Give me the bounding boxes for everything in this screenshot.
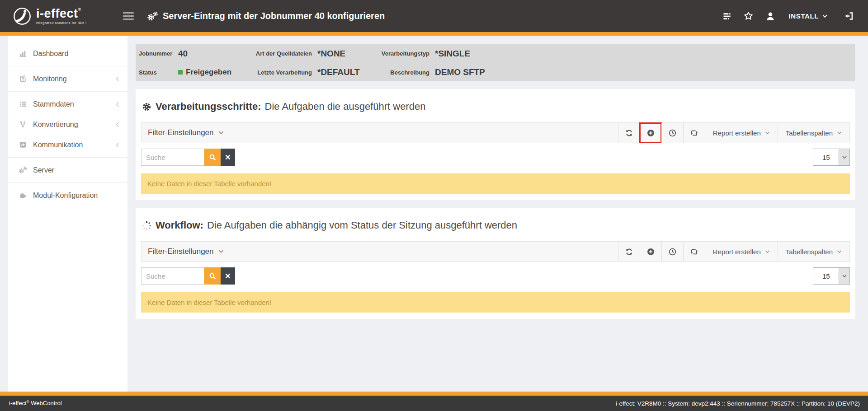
chevron-down-icon (839, 268, 849, 284)
chevron-down-icon (765, 250, 770, 253)
sidebar-item-label: Konvertierung (33, 121, 78, 129)
table-controls: 15 (141, 149, 850, 166)
logout-icon[interactable] (841, 9, 856, 24)
search-icon (209, 272, 217, 280)
info-label: Verarbeitungstyp (379, 50, 429, 57)
search-button[interactable] (204, 149, 221, 166)
info-label: Jobnummer (139, 50, 178, 57)
clock-icon (669, 129, 676, 137)
table-toolbar: Filter-Einstellungen (141, 241, 850, 262)
info-label: Art der Quelldateien (253, 50, 312, 57)
chevron-left-icon (116, 102, 119, 107)
star-icon[interactable] (741, 9, 756, 24)
info-value: *SINGLE (429, 49, 855, 59)
book-icon (18, 75, 27, 83)
section-verarbeitungsschritte: Verarbeitungsschritte: Die Aufgaben die … (136, 89, 855, 200)
puzzle-icon (18, 191, 27, 199)
section-subtitle: Die Aufgaben die ausgeführt werden (265, 101, 426, 112)
search-button[interactable] (204, 267, 221, 285)
table-columns-dropdown-button[interactable]: Tabellenspalten (778, 242, 849, 262)
sidebar-item-kommunikation[interactable]: Kommunikation (8, 135, 127, 155)
sidebar-item-label: Stammdaten (33, 100, 74, 108)
sidebar-item-label: Monitoring (33, 75, 67, 83)
chevron-down-icon (839, 149, 849, 165)
user-icon[interactable] (763, 9, 778, 24)
retweet-button[interactable] (683, 242, 705, 262)
sidebar-item-label: Modul-Konfiguration (33, 191, 98, 200)
sidebar-item-dashboard[interactable]: Dashboard (8, 43, 127, 64)
section-heading: Verarbeitungsschritte: Die Aufgaben die … (141, 89, 850, 112)
refresh-button[interactable] (618, 242, 640, 262)
report-dropdown-button[interactable]: Report erstellen (705, 242, 778, 262)
sidebar-item-stammdaten[interactable]: Stammdaten (8, 94, 127, 114)
user-label: INSTALL (789, 12, 819, 20)
sidebar-item-server[interactable]: Server (8, 160, 127, 180)
chevron-down-icon (837, 131, 842, 135)
refresh-button[interactable] (618, 123, 640, 143)
spinner-icon (142, 221, 151, 230)
status-badge: Freigegeben (178, 68, 253, 77)
code-fork-icon (18, 121, 27, 128)
chevron-left-icon (116, 122, 119, 127)
table-columns-dropdown-button[interactable]: Tabellenspalten (778, 123, 849, 143)
tasks-icon[interactable] (719, 9, 735, 24)
info-label: Status (139, 69, 178, 76)
history-button[interactable] (661, 123, 683, 143)
retweet-button[interactable] (683, 123, 705, 143)
logo-brand: i-effect® (36, 7, 81, 20)
page-size-select[interactable]: 15 (813, 267, 850, 285)
clear-search-button[interactable] (221, 267, 235, 285)
clear-search-button[interactable] (221, 149, 235, 166)
section-title: Verarbeitungsschritte: (156, 101, 261, 112)
page-size-select[interactable]: 15 (813, 149, 850, 166)
hamburger-menu-icon[interactable] (123, 10, 134, 22)
user-dropdown[interactable]: INSTALL (783, 12, 827, 20)
history-button[interactable] (661, 242, 683, 262)
footer-product: i-effect® WebControl (9, 400, 62, 406)
chevron-left-icon (116, 76, 119, 82)
section-title: Workflow: (156, 220, 203, 231)
section-workflow: Workflow: Die Aufgaben die abhängig vom … (136, 208, 855, 319)
registered-mark: ® (78, 7, 81, 12)
content-area: Jobnummer 40 Art der Quelldateien *NONE … (127, 36, 868, 392)
sidebar-item-monitoring[interactable]: Monitoring (8, 69, 127, 89)
search-input[interactable] (141, 267, 204, 285)
app-logo[interactable]: i-effect® integrated solutions for IBM i (13, 7, 117, 26)
app-window: i-effect® integrated solutions for IBM i… (0, 0, 868, 411)
section-heading: Workflow: Die Aufgaben die abhängig vom … (141, 208, 850, 231)
search-icon (209, 154, 217, 161)
add-step-button[interactable] (640, 242, 661, 262)
chevron-down-icon (837, 250, 842, 253)
plus-circle-icon (647, 129, 655, 137)
x-icon (225, 273, 231, 279)
chevron-down-icon (765, 131, 770, 135)
filter-settings-toggle[interactable]: Filter-Einstellungen (142, 128, 224, 137)
gear-icon (142, 102, 151, 112)
sidebar-item-modul-konfiguration[interactable]: Modul-Konfiguration (8, 185, 127, 206)
logo-tagline: integrated solutions for IBM i (36, 21, 87, 25)
list-icon (18, 100, 27, 108)
search-input[interactable] (141, 149, 204, 166)
filter-settings-toggle[interactable]: Filter-Einstellungen (142, 247, 224, 256)
page-title-wrap: Server-Eintrag mit der Jobnummer 40 konf… (146, 11, 385, 21)
gears-icon (18, 166, 27, 174)
sidebar-item-label: Server (33, 166, 54, 174)
accent-bar-top (0, 32, 868, 36)
x-icon (225, 154, 231, 160)
sidebar-item-label: Kommunikation (33, 141, 83, 149)
info-value: *NONE (312, 49, 379, 59)
plus-circle-icon (647, 248, 655, 256)
share-icon (18, 141, 27, 149)
chevron-down-icon (218, 250, 224, 253)
report-dropdown-button[interactable]: Report erstellen (705, 123, 778, 143)
table-toolbar: Filter-Einstellungen (141, 122, 850, 143)
sidebar-item-konvertierung[interactable]: Konvertierung (8, 114, 127, 135)
status-square-icon (178, 70, 183, 75)
add-step-button[interactable] (640, 123, 661, 143)
logo-mark-icon (13, 7, 32, 26)
cogs-icon (146, 11, 158, 21)
footer-system-info: i-effect: V2R8M0 :: System: devp2:443 ::… (616, 400, 860, 407)
job-info-table: Jobnummer 40 Art der Quelldateien *NONE … (136, 44, 855, 81)
header-actions: INSTALL (713, 9, 856, 24)
sidebar-gutter (0, 36, 8, 392)
